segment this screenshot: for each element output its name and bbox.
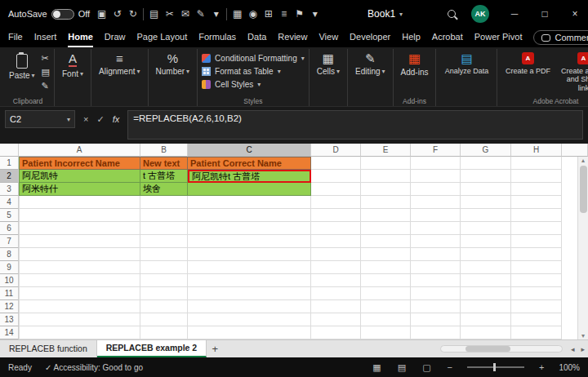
new-sheet-button[interactable]: +	[207, 340, 223, 357]
cell-E7[interactable]	[361, 235, 411, 248]
row-header-8[interactable]: 8	[0, 248, 19, 261]
table-icon[interactable]: ▦	[229, 8, 245, 20]
cut-button[interactable]: ✂	[42, 53, 50, 64]
cells-button[interactable]: ▦ Cells▾	[314, 51, 343, 78]
cell-A14[interactable]	[19, 326, 140, 339]
cell-B5[interactable]	[140, 209, 188, 222]
vertical-scroll-thumb[interactable]	[580, 166, 587, 213]
cell-H1[interactable]	[511, 157, 562, 170]
cell-H14[interactable]	[511, 326, 562, 339]
paste-button[interactable]: Paste▾	[6, 51, 38, 82]
cell-F6[interactable]	[411, 222, 461, 235]
analyze-data-button[interactable]: ▤ Analyze Data	[440, 51, 492, 77]
cell-G6[interactable]	[461, 222, 511, 235]
row-header-14[interactable]: 14	[0, 326, 19, 339]
zoom-out-icon[interactable]: −	[446, 362, 454, 372]
format-painter-icon[interactable]: ✎	[193, 8, 208, 20]
cell-E9[interactable]	[361, 261, 411, 274]
conditional-formatting-button[interactable]: Conditional Formatting ▾	[202, 54, 305, 63]
tab-help[interactable]: Help	[402, 28, 421, 47]
cell-E12[interactable]	[361, 300, 411, 313]
cell-D6[interactable]	[311, 222, 361, 235]
close-button[interactable]: ×	[562, 0, 588, 28]
row-header-9[interactable]: 9	[0, 261, 19, 274]
page-layout-view-icon[interactable]: ▤	[396, 362, 408, 373]
zoom-in-icon[interactable]: +	[537, 362, 546, 372]
cell-E10[interactable]	[361, 274, 411, 287]
cell-A7[interactable]	[19, 235, 140, 248]
cell-E11[interactable]	[361, 287, 411, 300]
cell-H6[interactable]	[511, 222, 562, 235]
row-header-10[interactable]: 10	[0, 274, 19, 287]
font-button[interactable]: A Font▾	[59, 51, 87, 80]
cell-B9[interactable]	[140, 261, 188, 274]
sheet-tab-replaceb-function[interactable]: REPLACEB function	[0, 340, 97, 357]
avatar[interactable]: AK	[471, 5, 489, 23]
number-button[interactable]: % Number▾	[153, 51, 194, 78]
cell-B12[interactable]	[140, 300, 188, 313]
cell-A4[interactable]	[19, 196, 140, 209]
cell-C10[interactable]	[188, 274, 311, 287]
cell-G2[interactable]	[461, 170, 511, 183]
cell-C11[interactable]	[188, 287, 311, 300]
cell-D12[interactable]	[311, 300, 361, 313]
cell-G7[interactable]	[461, 235, 511, 248]
cell-F2[interactable]	[411, 170, 461, 183]
cell-B13[interactable]	[140, 313, 188, 326]
cell-A6[interactable]	[19, 222, 140, 235]
cell-F10[interactable]	[411, 274, 461, 287]
cell-E4[interactable]	[361, 196, 411, 209]
cell-F14[interactable]	[411, 326, 461, 339]
scroll-up-icon[interactable]: ▴	[581, 157, 585, 164]
cell-G9[interactable]	[461, 261, 511, 274]
sheet-tab-replaceb-example-2[interactable]: REPLACEB example 2	[97, 340, 207, 357]
cell-A11[interactable]	[19, 287, 140, 300]
tab-review[interactable]: Review	[278, 28, 307, 47]
cell-F13[interactable]	[411, 313, 461, 326]
cell-C12[interactable]	[188, 300, 311, 313]
dropdown-icon-2[interactable]: ▾	[307, 8, 323, 20]
cell-G13[interactable]	[461, 313, 511, 326]
print-icon[interactable]: ≡	[276, 8, 292, 20]
zoom-slider-knob[interactable]	[493, 363, 496, 371]
cell-D4[interactable]	[311, 196, 361, 209]
clipboard-icon[interactable]: ▤	[146, 8, 162, 20]
format-as-table-button[interactable]: Format as Table ▾	[202, 67, 305, 76]
cell-G1[interactable]	[461, 157, 511, 170]
cell-F4[interactable]	[411, 196, 461, 209]
cell-H5[interactable]	[511, 209, 562, 222]
scroll-down-icon[interactable]: ▾	[581, 332, 585, 339]
create-pdf-share-button[interactable]: A Create a PDF and Share link	[557, 51, 588, 94]
cell-C7[interactable]	[188, 235, 311, 248]
select-all-corner[interactable]	[0, 144, 19, 157]
cell-G12[interactable]	[461, 300, 511, 313]
cell-B11[interactable]	[140, 287, 188, 300]
cell-F7[interactable]	[411, 235, 461, 248]
tab-draw[interactable]: Draw	[105, 28, 126, 47]
cell-D9[interactable]	[311, 261, 361, 274]
tab-view[interactable]: View	[318, 28, 338, 47]
cell-B6[interactable]	[140, 222, 188, 235]
column-header-C[interactable]: C	[188, 144, 311, 157]
cell-C2[interactable]: 阿尼凯特t 古普塔	[188, 170, 311, 183]
cell-C13[interactable]	[188, 313, 311, 326]
cell-B14[interactable]	[140, 326, 188, 339]
cell-E3[interactable]	[361, 183, 411, 196]
page-break-view-icon[interactable]: ▢	[421, 362, 432, 373]
flag-icon[interactable]: ⚑	[292, 8, 307, 20]
cell-B4[interactable]	[140, 196, 188, 209]
cell-A12[interactable]	[19, 300, 140, 313]
redo-icon[interactable]: ↻	[125, 8, 140, 20]
cell-D14[interactable]	[311, 326, 361, 339]
cell-E14[interactable]	[361, 326, 411, 339]
cell-D5[interactable]	[311, 209, 361, 222]
cell-D1[interactable]	[311, 157, 361, 170]
cell-D13[interactable]	[311, 313, 361, 326]
tab-data[interactable]: Data	[247, 28, 266, 47]
formula-input[interactable]: =REPLACEB(A2,6,10,B2)	[127, 110, 583, 140]
horizontal-scroll-thumb[interactable]	[466, 346, 510, 352]
cell-H4[interactable]	[511, 196, 562, 209]
cell-E1[interactable]	[361, 157, 411, 170]
cell-C5[interactable]	[188, 209, 311, 222]
cell-H10[interactable]	[511, 274, 562, 287]
